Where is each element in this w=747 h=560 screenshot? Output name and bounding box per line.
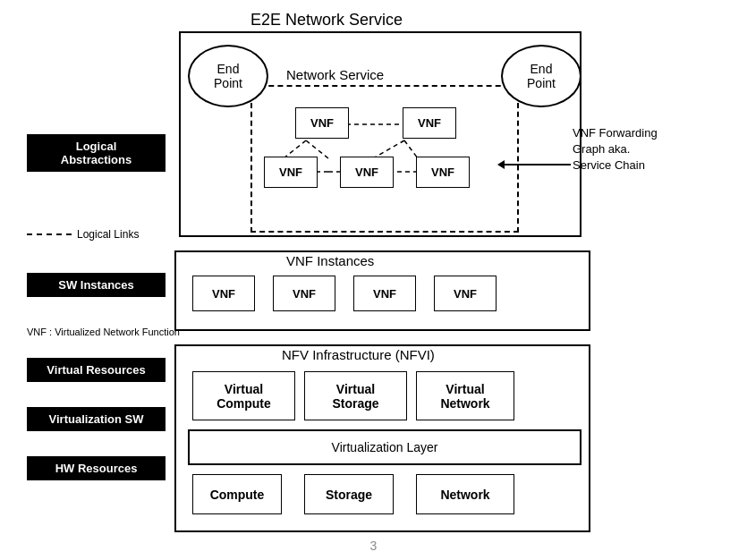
hw-network: Network (416, 474, 514, 514)
svg-line-4 (284, 140, 306, 158)
logical-links-legend: Logical Links (27, 228, 139, 241)
vnf-note: VNF : Virtualized Network Function (27, 327, 180, 337)
vnf-r2-2: VNF (340, 157, 394, 188)
page: E2E Network Service End Point End Point … (0, 0, 747, 560)
arrow-line (499, 164, 571, 165)
virtual-storage: Virtual Storage (304, 371, 407, 420)
vnf-inst-3: VNF (353, 276, 416, 311)
vnf-r2-1: VNF (264, 157, 318, 188)
endpoint-left: End Point (188, 45, 268, 107)
vnf-r1-2: VNF (403, 107, 456, 139)
network-service-label: Network Service (286, 67, 384, 82)
label-hw-resources: HW Resources (27, 456, 166, 480)
svg-line-6 (373, 140, 404, 158)
vnf-annotation: VNF Forwarding Graph aka. Service Chain (573, 125, 658, 174)
vnf-inst-4: VNF (434, 276, 497, 311)
page-title: E2E Network Service (250, 11, 403, 30)
hw-storage: Storage (304, 474, 394, 514)
virtual-compute: Virtual Compute (192, 371, 295, 420)
svg-line-7 (404, 140, 418, 158)
vnf-r2-3: VNF (416, 157, 470, 188)
label-logical-abstractions: Logical Abstractions (27, 134, 166, 172)
virtualization-layer: Virtualization Layer (188, 429, 581, 465)
virtual-network: Virtual Network (416, 371, 514, 420)
legend-label: Logical Links (77, 228, 139, 241)
page-number: 3 (370, 539, 378, 553)
label-virtual-resources: Virtual Resources (27, 358, 166, 382)
vnf-inst-1: VNF (192, 276, 255, 311)
endpoint-right: End Point (501, 45, 581, 107)
svg-line-5 (306, 140, 328, 158)
vnf-instances-title: VNF Instances (286, 253, 374, 268)
vnf-r1-1: VNF (295, 107, 349, 139)
label-sw-instances: SW Instances (27, 273, 166, 297)
label-virtualization-sw: Virtualization SW (27, 407, 166, 431)
arrow-head (497, 160, 505, 169)
nfvi-title: NFV Infrastructure (NFVI) (282, 347, 435, 362)
legend-dash (27, 233, 72, 235)
vnf-inst-2: VNF (273, 276, 335, 311)
hw-compute: Compute (192, 474, 282, 514)
